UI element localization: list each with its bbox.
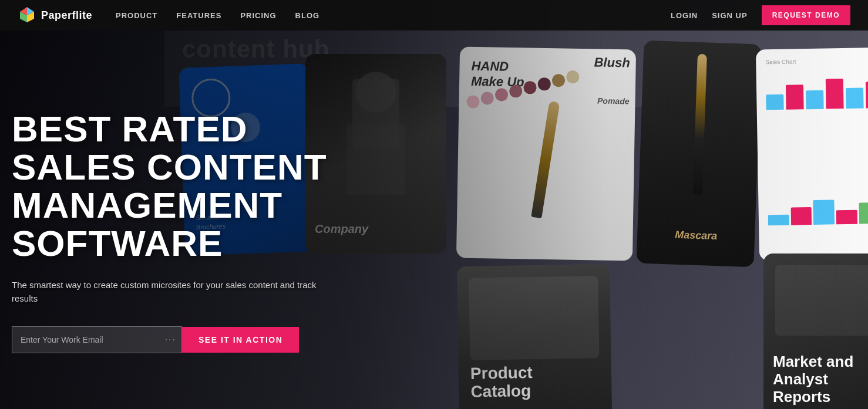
nav-right: LOGIN SIGN UP REQUEST DEMO: [671, 5, 850, 25]
navbar: Paperflite PRODUCT FEATURES PRICING BLOG…: [0, 0, 868, 31]
nav-links: PRODUCT FEATURES PRICING BLOG: [116, 11, 671, 20]
nav-link-features[interactable]: FEATURES: [176, 11, 221, 20]
nav-link-pricing[interactable]: PRICING: [240, 11, 276, 20]
nav-link-blog[interactable]: BLOG: [295, 11, 320, 20]
hero-section: content hub discover, curate, distribute…: [0, 0, 868, 409]
logo-text: Paperflite: [41, 9, 92, 22]
cta-see-it-in-action-button[interactable]: SEE IT IN ACTION: [182, 327, 299, 353]
request-demo-button[interactable]: REQUEST DEMO: [762, 5, 850, 25]
email-input[interactable]: [12, 326, 182, 353]
hero-content: BEST RATED SALES CONTENT MANAGEMENT SOFT…: [0, 31, 376, 409]
hero-cta-form: ··· SEE IT IN ACTION: [12, 326, 376, 353]
nav-logo[interactable]: Paperflite: [18, 6, 92, 25]
login-button[interactable]: LOGIN: [671, 11, 698, 20]
signup-button[interactable]: SIGN UP: [712, 11, 747, 20]
nav-link-product[interactable]: PRODUCT: [116, 11, 157, 20]
hero-title-line1: BEST RATED: [12, 109, 248, 149]
email-input-wrapper: ···: [12, 326, 182, 353]
hero-title-line2: SALES CONTENT: [12, 147, 327, 187]
paperflite-logo-icon: [18, 6, 36, 25]
hero-subtitle: The smartest way to create custom micros…: [12, 279, 341, 305]
hero-title-line3: MANAGEMENT SOFTWARE: [12, 185, 282, 263]
hero-title: BEST RATED SALES CONTENT MANAGEMENT SOFT…: [12, 110, 376, 262]
